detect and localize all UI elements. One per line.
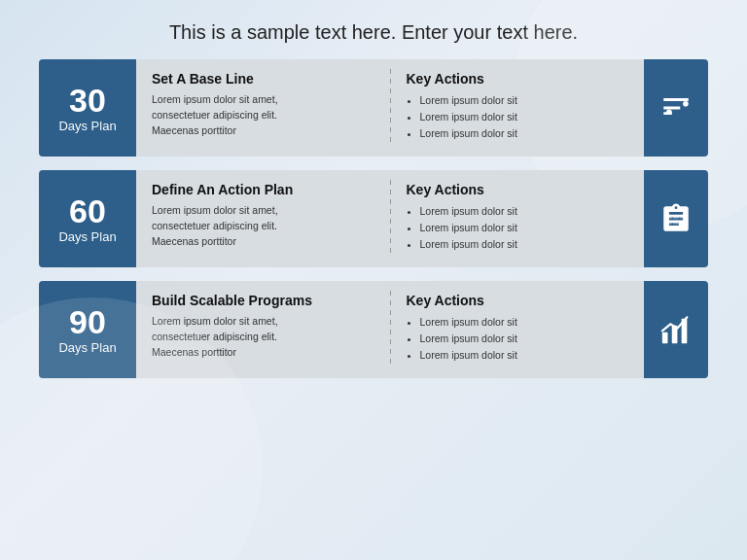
content-area-60: Define An Action Plan Lorem ipsum dolor …	[136, 170, 644, 267]
day-box-30: 30 Days Plan	[39, 59, 136, 157]
plan-row-60: 60 Days Plan Define An Action Plan Lorem…	[39, 170, 708, 267]
bullet-item: Lorem ipsum dolor sit	[420, 314, 629, 331]
body-text-30: Lorem ipsum dolor sit amet,consectetuer …	[152, 92, 374, 138]
right-content-60: Key Actions Lorem ipsum dolor sitLorem i…	[391, 170, 645, 267]
day-box-60: 60 Days Plan	[39, 170, 136, 267]
svg-rect-2	[662, 332, 668, 343]
page-title: This is a sample text here. Enter your t…	[0, 0, 747, 59]
section-title-30: Set A Base Line	[152, 71, 374, 87]
key-actions-title-90: Key Actions	[407, 293, 629, 308]
section-title-90: Build Scalable Programs	[152, 293, 374, 308]
bullet-item: Lorem ipsum dolor sit	[420, 109, 629, 125]
left-content-60: Define An Action Plan Lorem ipsum dolor …	[136, 170, 390, 267]
body-text-90: Lorem ipsum dolor sit amet,consectetuer …	[152, 314, 374, 360]
day-label: Days Plan	[58, 229, 116, 244]
bullet-list-60: Lorem ipsum dolor sitLorem ipsum dolor s…	[407, 203, 629, 252]
day-box-90: 90 Days Plan	[39, 281, 136, 378]
bullet-item: Lorem ipsum dolor sit	[420, 92, 629, 109]
bullet-item: Lorem ipsum dolor sit	[420, 347, 629, 364]
day-number: 30	[69, 84, 106, 117]
day-label: Days Plan	[58, 340, 116, 355]
right-content-90: Key Actions Lorem ipsum dolor sitLorem i…	[391, 281, 645, 378]
key-actions-title-30: Key Actions	[407, 71, 629, 87]
plan-row-90: 90 Days Plan Build Scalable Programs Lor…	[39, 281, 708, 378]
bullet-item: Lorem ipsum dolor sit	[420, 220, 629, 236]
left-content-90: Build Scalable Programs Lorem ipsum dolo…	[136, 281, 390, 378]
bullet-item: Lorem ipsum dolor sit	[420, 125, 629, 142]
bullet-item: Lorem ipsum dolor sit	[420, 236, 629, 253]
day-number: 60	[69, 194, 106, 228]
svg-point-1	[666, 109, 672, 115]
bullet-list-90: Lorem ipsum dolor sitLorem ipsum dolor s…	[407, 314, 629, 363]
icon-box-90	[644, 281, 708, 378]
bullet-item: Lorem ipsum dolor sit	[420, 203, 629, 220]
icon-box-30	[644, 59, 708, 157]
icon-box-60	[644, 170, 708, 267]
right-content-30: Key Actions Lorem ipsum dolor sitLorem i…	[391, 59, 645, 157]
bullet-item: Lorem ipsum dolor sit	[420, 331, 629, 347]
day-number: 90	[69, 305, 106, 338]
key-actions-title-60: Key Actions	[407, 182, 629, 197]
svg-point-0	[683, 101, 689, 107]
left-content-30: Set A Base Line Lorem ipsum dolor sit am…	[136, 59, 390, 157]
content-area-90: Build Scalable Programs Lorem ipsum dolo…	[136, 281, 644, 378]
body-text-60: Lorem ipsum dolor sit amet,consectetuer …	[152, 203, 374, 249]
bullet-list-30: Lorem ipsum dolor sitLorem ipsum dolor s…	[407, 92, 629, 141]
section-title-60: Define An Action Plan	[152, 182, 374, 197]
plans-container: 30 Days Plan Set A Base Line Lorem ipsum…	[0, 59, 747, 378]
day-label: Days Plan	[58, 119, 116, 133]
content-area-30: Set A Base Line Lorem ipsum dolor sit am…	[136, 59, 644, 157]
plan-row-30: 30 Days Plan Set A Base Line Lorem ipsum…	[39, 59, 708, 157]
